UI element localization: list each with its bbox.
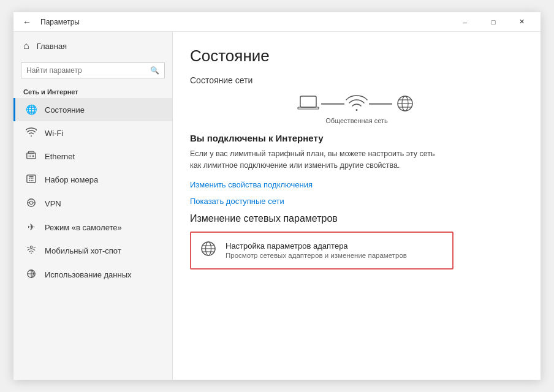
sidebar-item-label: Мобильный хот-спот <box>45 246 121 255</box>
change-properties-link[interactable]: Изменить свойства подключения <box>190 180 523 189</box>
adapter-icon <box>200 240 217 261</box>
svg-point-7 <box>29 178 30 179</box>
vpn-icon <box>25 198 37 209</box>
svg-point-10 <box>29 180 30 181</box>
svg-point-12 <box>32 180 34 181</box>
sidebar-item-airplane[interactable]: ✈ Режим «в самолете» <box>13 216 172 239</box>
svg-point-20 <box>30 246 32 249</box>
svg-rect-24 <box>300 96 316 107</box>
svg-point-9 <box>32 178 34 179</box>
svg-point-15 <box>29 201 32 204</box>
sidebar-item-vpn[interactable]: VPN <box>13 192 172 216</box>
close-button[interactable]: ✕ <box>507 12 536 32</box>
ethernet-icon <box>25 151 37 162</box>
sidebar-item-hotspot[interactable]: Мобильный хот-спот <box>13 239 172 263</box>
adapter-text: Настройка параметров адаптера Просмотр с… <box>226 241 407 259</box>
svg-rect-1 <box>29 151 34 154</box>
sidebar-search-box[interactable]: 🔍 <box>21 62 165 78</box>
connected-title: Вы подключены к Интернету <box>190 133 523 143</box>
show-available-networks-link[interactable]: Показать доступные сети <box>190 197 523 206</box>
sidebar-item-dialup[interactable]: Набор номера <box>13 168 172 192</box>
sidebar-home-button[interactable]: ⌂ Главная <box>13 32 172 60</box>
sidebar-section-title: Сеть и Интернет <box>13 83 172 98</box>
svg-point-11 <box>31 180 32 181</box>
page-title: Состояние <box>190 47 523 66</box>
sidebar-item-label: Набор номера <box>45 175 98 184</box>
airplane-icon: ✈ <box>25 222 37 233</box>
sidebar-item-label: Состояние <box>45 105 85 115</box>
minimize-button[interactable]: – <box>451 12 479 32</box>
sidebar-item-label: Режим «в самолете» <box>45 223 122 232</box>
titlebar-title: Параметры <box>40 18 451 26</box>
window-controls: – □ ✕ <box>451 12 536 32</box>
back-icon: ← <box>23 17 31 27</box>
network-status-title: Состояние сети <box>190 75 523 85</box>
sidebar-item-wifi[interactable]: Wi-Fi <box>13 121 172 145</box>
settings-window: ← Параметры – □ ✕ ⌂ Главная 🔍 <box>13 12 541 380</box>
globe-icon <box>393 94 417 113</box>
change-section-title: Изменение сетевых параметров <box>190 213 523 224</box>
dialup-icon <box>25 174 37 186</box>
sidebar-item-label: VPN <box>45 199 61 208</box>
laptop-icon <box>297 94 320 113</box>
adapter-title: Настройка параметров адаптера <box>226 241 407 251</box>
back-button[interactable]: ← <box>18 13 36 31</box>
search-input[interactable] <box>26 66 150 75</box>
adapter-settings-box[interactable]: Настройка параметров адаптера Просмотр с… <box>190 232 453 270</box>
sidebar-item-label: Использование данных <box>45 270 132 279</box>
window-content: ⌂ Главная 🔍 Сеть и Интернет 🌐 Состояние <box>13 32 541 380</box>
sidebar-item-datausage[interactable]: Использование данных <box>13 263 172 287</box>
sidebar-item-status[interactable]: 🌐 Состояние <box>13 98 172 121</box>
home-icon: ⌂ <box>23 40 29 51</box>
sidebar-item-label: Wi-Fi <box>45 129 63 138</box>
adapter-desc: Просмотр сетевых адаптеров и изменение п… <box>226 252 407 259</box>
connected-desc: Если у вас лимитный тарифный план, вы мо… <box>190 148 447 172</box>
sidebar-item-ethernet[interactable]: Ethernet <box>13 145 172 168</box>
hotspot-icon <box>25 245 37 257</box>
network-diagram <box>190 94 523 113</box>
datausage-icon <box>25 269 37 281</box>
line1 <box>321 103 344 105</box>
sidebar-item-label: Ethernet <box>45 152 75 161</box>
status-icon: 🌐 <box>25 104 37 115</box>
network-label: Общественная сеть <box>190 117 523 124</box>
line2 <box>369 103 392 105</box>
titlebar: ← Параметры – □ ✕ <box>13 12 541 32</box>
sidebar: ⌂ Главная 🔍 Сеть и Интернет 🌐 Состояние <box>13 32 173 380</box>
svg-rect-25 <box>298 107 319 109</box>
svg-point-8 <box>31 178 32 179</box>
wifi-icon <box>25 127 37 138</box>
sidebar-home-label: Главная <box>37 42 67 51</box>
main-content: Состояние Состояние сети <box>173 32 541 380</box>
search-icon: 🔍 <box>150 66 159 75</box>
router-icon <box>346 94 368 113</box>
svg-rect-13 <box>29 176 33 178</box>
maximize-button[interactable]: □ <box>479 12 507 32</box>
